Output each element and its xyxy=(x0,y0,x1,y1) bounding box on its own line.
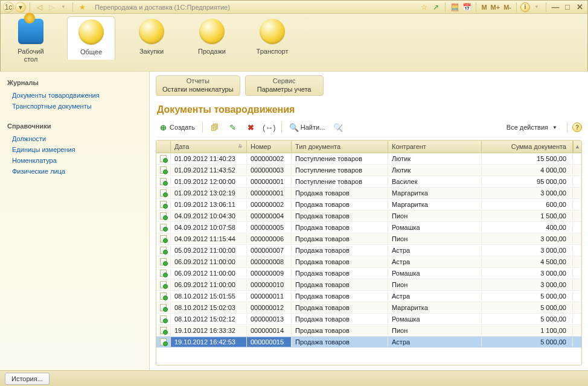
table-cell: 01.09.2012 12:00:00 xyxy=(171,177,247,186)
all-actions-button[interactable]: Все действия ▼ xyxy=(504,121,562,133)
sidebar-link[interactable]: Единицы измерения xyxy=(7,144,142,155)
memory-m-button[interactable]: M xyxy=(480,4,488,11)
sidebar-link[interactable]: Должности xyxy=(7,133,142,144)
table-body[interactable]: 01.09.2012 11:40:23000000002Поступление … xyxy=(156,153,581,365)
table-cell xyxy=(156,211,171,221)
table-cell: Пион xyxy=(388,211,482,221)
section-tab-sell[interactable]: Продажи xyxy=(188,16,236,59)
app-menu-icon[interactable]: 1c xyxy=(3,2,14,13)
column-icon[interactable] xyxy=(156,141,171,153)
calendar-icon[interactable]: 📅 xyxy=(461,2,472,13)
history-label: История... xyxy=(11,375,43,382)
table-row[interactable]: 01.09.2012 11:40:23000000002Поступление … xyxy=(156,153,581,165)
table-cell: 08.10.2012 15:01:55 xyxy=(171,291,247,301)
clear-find-button[interactable]: 🔍̸ xyxy=(331,121,345,133)
column-agent[interactable]: Контрагент xyxy=(388,141,482,153)
favorite-star-icon[interactable]: ★ xyxy=(77,2,88,13)
window-maximize-button[interactable]: □ xyxy=(562,2,573,12)
edit-button[interactable]: ✎ xyxy=(226,121,240,133)
info-dropdown-icon[interactable]: ▼ xyxy=(531,2,542,13)
table-cell: 000000001 xyxy=(247,177,292,186)
panel-action[interactable]: Остатки номенклатуры xyxy=(162,86,234,93)
table-row[interactable]: 05.09.2012 11:00:00000000007Продажа това… xyxy=(156,245,581,256)
table-row[interactable]: 04.09.2012 10:07:58000000005Продажа това… xyxy=(156,222,581,233)
table-cell xyxy=(156,154,171,163)
table-row[interactable]: 01.09.2012 12:00:00000000001Поступление … xyxy=(156,176,581,188)
table-row[interactable]: 01.09.2012 13:06:11000000002Продажа това… xyxy=(156,199,581,210)
document-icon xyxy=(160,212,167,220)
table-row[interactable]: 01.09.2012 11:43:52000000003Поступление … xyxy=(156,165,581,176)
table-cell: 3 000,00 xyxy=(482,234,573,244)
section-label: Рабочийстол xyxy=(18,48,43,63)
dropdown-icon[interactable]: ▾ xyxy=(15,2,26,13)
table-cell: Продажа товаров xyxy=(292,245,388,255)
column-date[interactable]: Дата ≞ xyxy=(171,141,247,153)
table-row[interactable]: 06.09.2012 11:00:00000000010Продажа това… xyxy=(156,279,581,291)
section-tab-common[interactable]: Общее xyxy=(67,16,115,60)
info-icon[interactable]: i xyxy=(520,2,530,12)
panel-action[interactable]: Параметры учета xyxy=(252,86,317,93)
section-tab-desk[interactable]: Рабочийстол xyxy=(7,16,55,66)
separator xyxy=(516,2,517,12)
sidebar: ЖурналыДокументы товародвиженияТранспорт… xyxy=(0,72,150,370)
table-cell: 04.09.2012 11:15:44 xyxy=(171,234,247,244)
history-button[interactable]: История... xyxy=(5,373,50,385)
section-tab-buy[interactable]: Закупки xyxy=(127,16,176,59)
memory-mplus-button[interactable]: M+ xyxy=(490,4,502,11)
copy-icon: 🗐 xyxy=(210,122,220,132)
window-minimize-button[interactable]: — xyxy=(550,2,561,12)
create-button[interactable]: ⊕ Создать xyxy=(156,121,197,133)
nav-back-icon[interactable]: ◁ xyxy=(34,2,45,13)
separator xyxy=(281,122,282,133)
delete-icon: ✖ xyxy=(246,122,256,132)
table-cell: 01.09.2012 13:02:19 xyxy=(171,188,247,198)
sidebar-link[interactable]: Физические лица xyxy=(7,166,142,177)
table-cell: Продажа товаров xyxy=(292,303,388,312)
delete-button[interactable]: ✖ xyxy=(244,121,258,133)
table-row[interactable]: 08.10.2012 15:01:55000000011Продажа това… xyxy=(156,291,581,302)
table-row[interactable]: 04.09.2012 10:04:30000000004Продажа това… xyxy=(156,210,581,222)
help-icon[interactable]: ? xyxy=(572,122,582,132)
table-row[interactable]: 06.09.2012 11:00:00000000008Продажа това… xyxy=(156,256,581,268)
sidebar-link[interactable]: Номенклатура xyxy=(7,155,142,166)
table-cell: 000000005 xyxy=(247,223,292,232)
find-button[interactable]: 🔍 Найти... xyxy=(287,121,328,133)
action-panel: ОтчетыОстатки номенклатуры xyxy=(156,75,240,96)
swap-button[interactable]: (↔) xyxy=(262,121,276,133)
link-icon[interactable]: ↗ xyxy=(430,2,441,13)
create-label: Создать xyxy=(170,124,195,131)
nav-forward-icon[interactable]: ▷ xyxy=(46,2,57,13)
table-cell: Продажа товаров xyxy=(292,234,388,244)
table-row[interactable]: 19.10.2012 16:33:32000000014Продажа това… xyxy=(156,325,581,337)
table-row[interactable]: 08.10.2012 15:02:12000000013Продажа това… xyxy=(156,314,581,325)
table-cell: Маргаритка xyxy=(388,200,482,209)
table-row[interactable]: 01.09.2012 13:02:19000000001Продажа това… xyxy=(156,188,581,199)
table-row[interactable]: 04.09.2012 11:15:44000000006Продажа това… xyxy=(156,233,581,245)
statusbar: История... xyxy=(0,370,588,386)
nav-dropdown-icon[interactable]: ▼ xyxy=(58,2,69,13)
column-sum[interactable]: Сумма документа xyxy=(482,141,573,153)
calculator-icon[interactable]: 🧮 xyxy=(449,2,460,13)
section-tab-trans[interactable]: Транспорт xyxy=(248,16,296,59)
column-type[interactable]: Тип документа xyxy=(292,141,388,153)
window-close-button[interactable]: ✕ xyxy=(574,2,585,12)
table-cell xyxy=(156,177,171,186)
section-label: Продажи xyxy=(198,48,226,55)
copy-button[interactable]: 🗐 xyxy=(208,121,222,133)
separator xyxy=(72,2,73,12)
table-row[interactable]: 08.10.2012 15:02:03000000012Продажа това… xyxy=(156,302,581,314)
table-row[interactable]: 06.09.2012 11:00:00000000009Продажа това… xyxy=(156,268,581,279)
memory-mminus-button[interactable]: M- xyxy=(502,4,513,11)
add-favorite-icon[interactable]: ☆ xyxy=(418,2,429,13)
table-row[interactable]: 19.10.2012 16:42:53000000015Продажа това… xyxy=(156,337,581,348)
table-cell: Маргаритка xyxy=(388,188,482,198)
section-orb-icon xyxy=(199,19,225,44)
separator xyxy=(30,2,30,12)
table-cell: 4 500,00 xyxy=(482,257,573,267)
table-cell: 000000013 xyxy=(247,314,292,324)
sidebar-link[interactable]: Документы товародвижения xyxy=(7,90,142,101)
column-number[interactable]: Номер xyxy=(247,141,292,153)
sidebar-link[interactable]: Транспортные документы xyxy=(7,101,142,112)
table-cell xyxy=(156,303,171,312)
titlebar: 1c ▾ ◁ ▷ ▼ ★ Перепродажа и доставка (1С:… xyxy=(1,1,587,14)
